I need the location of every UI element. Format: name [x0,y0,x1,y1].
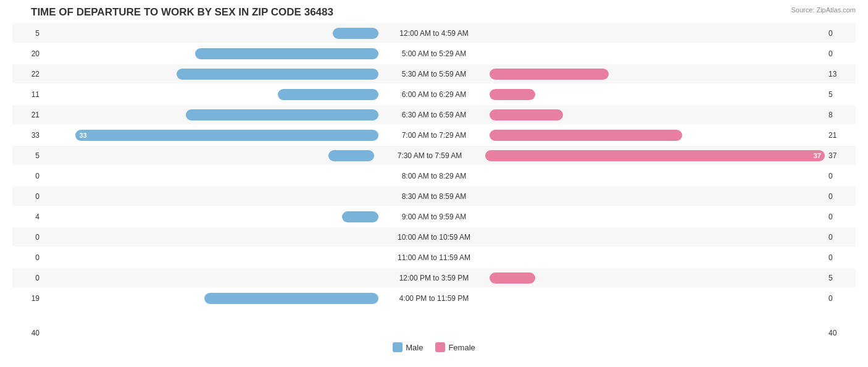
female-bar-container [490,207,825,226]
female-value: 21 [825,131,856,140]
female-bar-container [490,289,825,308]
legend-female-box [435,342,445,352]
female-bar-container [490,23,825,43]
female-bar-container [490,64,825,83]
male-value: 0 [12,253,43,262]
female-bar-container [490,268,825,287]
time-label: 10:00 AM to 10:59 AM [378,233,490,242]
male-bar-container [43,187,378,206]
legend-female: Female [435,342,475,352]
source-text: Source: ZipAtlas.com [791,6,856,14]
male-bar [195,48,378,59]
female-bar [490,69,609,80]
female-value: 0 [825,213,856,221]
male-value: 21 [12,111,43,119]
male-value: 4 [12,213,43,221]
male-value: 22 [12,70,43,78]
male-bar [333,28,378,39]
male-bar-container [43,248,378,267]
female-value: 8 [825,111,856,119]
male-value: 5 [12,151,43,160]
table-row: 225:30 AM to 5:59 AM13 [12,64,856,83]
time-label: 5:30 AM to 5:59 AM [378,70,490,78]
male-bar-container [43,105,378,124]
female-value: 5 [825,274,856,282]
time-label: 11:00 AM to 11:59 AM [378,253,490,262]
male-value: 0 [12,233,43,242]
male-value: 0 [12,172,43,180]
female-bar-container [490,85,825,104]
female-value: 5 [825,90,856,99]
legend-male-label: Male [406,343,423,352]
table-row: 33337:00 AM to 7:29 AM21 [12,125,856,145]
male-bar-container [43,64,378,83]
male-bar-container [43,207,378,226]
female-bar [490,109,563,120]
male-bar [328,150,374,161]
time-label: 12:00 PM to 3:59 PM [378,274,490,282]
male-value: 20 [12,49,43,58]
time-label: 8:30 AM to 8:59 AM [378,192,490,201]
male-bar-container [43,166,378,185]
axis-left-val: 40 [12,329,43,337]
female-bar-container [490,248,825,267]
table-row: 116:00 AM to 6:29 AM5 [12,85,856,104]
male-bar-container: 33 [43,125,378,145]
table-row: 011:00 AM to 11:59 AM0 [12,248,856,267]
female-value: 0 [825,192,856,201]
female-value: 0 [825,233,856,242]
table-row: 012:00 PM to 3:59 PM5 [12,268,856,287]
chart-area: 512:00 AM to 4:59 AM0205:00 AM to 5:29 A… [12,23,856,326]
male-bar [186,109,378,120]
table-row: 512:00 AM to 4:59 AM0 [12,23,856,43]
male-bar-container [43,23,378,43]
legend: Male Female [12,342,856,352]
female-value: 0 [825,172,856,180]
male-value: 33 [12,131,43,140]
chart-container: TIME OF DEPARTURE TO WORK BY SEX IN ZIP … [0,0,868,367]
female-bar: 37 [485,150,825,161]
male-bar-container [43,146,374,165]
male-value: 0 [12,192,43,201]
table-row: 216:30 AM to 6:59 AM8 [12,105,856,124]
time-label: 5:00 AM to 5:29 AM [378,49,490,58]
male-bar-container [43,227,378,247]
legend-male: Male [393,342,423,352]
male-value: 5 [12,29,43,38]
male-value: 11 [12,90,43,99]
table-row: 49:00 AM to 9:59 AM0 [12,207,856,226]
female-value: 0 [825,253,856,262]
axis-right-val: 40 [825,329,856,337]
female-bar-container [490,105,825,124]
time-label: 4:00 PM to 11:59 PM [378,294,490,303]
female-value: 0 [825,49,856,58]
female-bar [490,89,535,100]
female-value: 37 [825,151,856,160]
male-bar [342,211,378,222]
male-bar-container [43,289,378,308]
female-bar-container [490,44,825,63]
time-label: 7:00 AM to 7:29 AM [378,131,490,140]
male-bar: 33 [75,130,378,141]
table-row: 205:00 AM to 5:29 AM0 [12,44,856,63]
female-bar-container [490,187,825,206]
time-label: 12:00 AM to 4:59 AM [378,29,490,38]
female-bar-container [490,125,825,145]
table-row: 57:30 AM to 7:59 AM3737 [12,146,856,165]
female-bar-container: 37 [485,146,825,165]
table-row: 194:00 PM to 11:59 PM0 [12,289,856,308]
legend-female-label: Female [448,343,475,352]
time-label: 9:00 AM to 9:59 AM [378,213,490,221]
female-bar [490,130,682,141]
male-value: 0 [12,274,43,282]
female-bar [490,272,535,284]
table-row: 08:30 AM to 8:59 AM0 [12,187,856,206]
male-value: 19 [12,294,43,303]
male-bar-container [43,44,378,63]
female-value: 13 [825,70,856,78]
female-bar-container [490,166,825,185]
male-bar-container [43,85,378,104]
male-bar [177,69,378,80]
female-value: 0 [825,294,856,303]
male-bar-container [43,268,378,287]
